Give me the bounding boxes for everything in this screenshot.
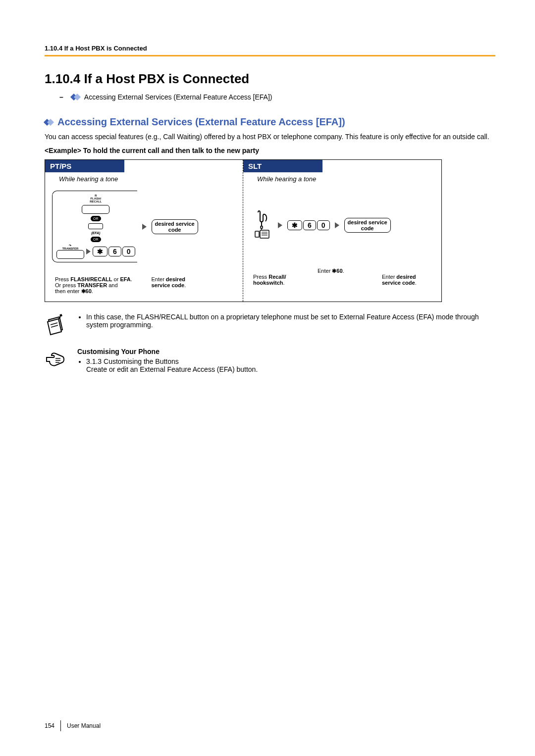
arrow-icon bbox=[278, 222, 282, 228]
footer-label: User Manual bbox=[67, 722, 101, 729]
ptps-instruction-2: Enter desired service code. bbox=[152, 270, 238, 295]
ptps-header: PT/PS bbox=[45, 160, 124, 172]
sub-heading-text: Accessing External Services (External Fe… bbox=[57, 116, 345, 128]
toc-link-line: – Accessing External Services (External … bbox=[59, 93, 495, 101]
page: 1.10.4 If a Host PBX is Connected 1.10.4… bbox=[0, 0, 535, 756]
procedure-diagram: PT/PS While hearing a tone R FLASH/ RECA… bbox=[45, 159, 442, 302]
star-key-icon: ✱ bbox=[93, 247, 107, 256]
ptps-instruction-1: Press FLASH/RECALL or EFA. Or press TRAN… bbox=[55, 270, 142, 295]
zero-key-icon: 0 bbox=[122, 247, 135, 256]
example-title: <Example> To hold the current call and t… bbox=[45, 147, 495, 154]
diamond-icon bbox=[45, 118, 54, 127]
page-number: 154 bbox=[45, 722, 54, 729]
six-key-icon: 6 bbox=[108, 247, 121, 256]
slt-instruction-2: Enter ✱60. bbox=[318, 268, 372, 286]
arrow-icon bbox=[142, 224, 147, 230]
dash: – bbox=[59, 93, 63, 101]
pointing-hand-icon bbox=[45, 348, 65, 371]
service-code-box: desired service code bbox=[344, 218, 391, 233]
transfer-button-icon bbox=[56, 250, 84, 259]
ptps-alternatives-group: R FLASH/ RECALL OR (EFA) OR ↷TRANSFER bbox=[52, 191, 137, 262]
or-pill: OR bbox=[91, 237, 101, 242]
slt-subcaption: While hearing a tone bbox=[243, 175, 441, 186]
intro-paragraph: You can access special features (e.g., C… bbox=[45, 133, 495, 141]
slt-instructions: Press Recall/ hookswitch. Enter ✱60. Ent… bbox=[243, 265, 441, 288]
hookswitch-phone-icon bbox=[250, 209, 273, 241]
header-rule bbox=[45, 55, 495, 56]
recall-label: R FLASH/ RECALL bbox=[90, 194, 102, 203]
section-title: 1.10.4 If a Host PBX is Connected bbox=[45, 71, 495, 87]
svg-rect-1 bbox=[260, 230, 269, 238]
flash-recall-button-icon bbox=[82, 205, 109, 214]
ptps-subcaption: While hearing a tone bbox=[45, 175, 243, 186]
sub-heading: Accessing External Services (External Fe… bbox=[45, 116, 495, 128]
notepad-icon bbox=[45, 313, 65, 337]
six-key-icon: 6 bbox=[303, 220, 316, 230]
slt-column: SLT While hearing a tone bbox=[243, 160, 441, 302]
ptps-instructions: Press FLASH/RECALL or EFA. Or press TRAN… bbox=[45, 267, 243, 297]
arrow-icon bbox=[335, 222, 339, 228]
slt-header: SLT bbox=[243, 160, 322, 172]
page-footer: 154 User Manual bbox=[45, 720, 101, 731]
running-header: 1.10.4 If a Host PBX is Connected bbox=[45, 45, 495, 52]
arrow-icon bbox=[86, 249, 91, 254]
service-code-box: desired service code bbox=[152, 219, 198, 234]
toc-link-text: Accessing External Services (External Fe… bbox=[84, 93, 272, 101]
efa-button-icon bbox=[88, 223, 103, 229]
key-sequence: ✱ 6 0 bbox=[93, 247, 135, 256]
transfer-label: ↷TRANSFER bbox=[62, 244, 79, 250]
note-block: In this case, the FLASH/RECALL button on… bbox=[45, 313, 495, 337]
or-pill: OR bbox=[91, 216, 101, 221]
key-sequence: ✱ 6 0 bbox=[287, 220, 330, 230]
zero-key-icon: 0 bbox=[317, 220, 330, 230]
note-text: In this case, the FLASH/RECALL button on… bbox=[77, 313, 495, 329]
diamond-icon bbox=[71, 93, 80, 101]
ptps-column: PT/PS While hearing a tone R FLASH/ RECA… bbox=[45, 160, 243, 302]
note-bullet: In this case, the FLASH/RECALL button on… bbox=[86, 313, 495, 329]
svg-rect-0 bbox=[255, 231, 259, 237]
ptps-flow: R FLASH/ RECALL OR (EFA) OR ↷TRANSFER bbox=[45, 186, 243, 267]
customise-desc: Create or edit an External Feature Acces… bbox=[86, 365, 258, 373]
transfer-row: ↷TRANSFER ✱ 6 0 bbox=[56, 244, 135, 259]
footer-separator bbox=[60, 720, 61, 731]
customise-ref: 3.1.3 Customising the Buttons bbox=[86, 357, 179, 365]
slt-flow: ✱ 6 0 desired service code bbox=[243, 186, 441, 265]
efa-label: (EFA) bbox=[91, 231, 100, 235]
customise-title: Customising Your Phone bbox=[77, 348, 495, 355]
star-key-icon: ✱ bbox=[287, 220, 302, 230]
customise-bullet: 3.1.3 Customising the Buttons Create or … bbox=[86, 357, 495, 373]
slt-instruction-1: Press Recall/ hookswitch. bbox=[253, 268, 308, 286]
customise-block: Customising Your Phone 3.1.3 Customising… bbox=[45, 348, 495, 373]
slt-instruction-3: Enter desired service code. bbox=[382, 268, 436, 286]
customise-text: Customising Your Phone 3.1.3 Customising… bbox=[77, 348, 495, 373]
